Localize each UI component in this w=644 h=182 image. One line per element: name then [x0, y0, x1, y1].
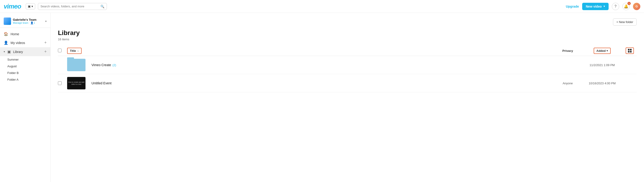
new-folder-button[interactable]: + New folder: [613, 19, 637, 26]
main-content: + New folder Library 16 items Title ↓ Pr…: [50, 13, 644, 182]
row1-added-cell: 11/2/2021 1:09 PM: [582, 63, 623, 67]
team-name: Gabrielle's Team: [13, 18, 44, 21]
top-actions: + New folder: [58, 19, 637, 26]
header-checkbox-cell: [58, 49, 67, 53]
select-all-checkbox[interactable]: [58, 49, 62, 52]
sidebar-my-videos-label: My videos: [10, 41, 25, 45]
library-icon: ▣: [7, 50, 11, 54]
video-filter-btn[interactable]: ▣ ▾: [26, 3, 35, 10]
team-meta[interactable]: Manage team · 👤1: [13, 21, 44, 24]
new-folder-label: + New folder: [616, 20, 633, 24]
item-count: 16 items: [58, 38, 637, 41]
folder-thumbnail-icon: [67, 59, 86, 71]
search-input[interactable]: [40, 5, 98, 8]
row2-added: 10/16/2023 4:00 PM: [588, 81, 616, 85]
title-column-header[interactable]: Title ↓: [67, 48, 554, 54]
top-nav: vimeo ▣ ▾ 🔍 Upgrade New video ▾ ? 🔔 1 G: [0, 0, 644, 13]
new-video-chevron-icon: ▾: [604, 5, 605, 8]
privacy-column-header: Privacy: [554, 49, 582, 53]
team-info: Gabrielle's Team Manage team · 👤1: [13, 18, 44, 24]
layout: Gabrielle's Team Manage team · 👤1 ▾ 🏠 Ho…: [0, 13, 644, 182]
row2-privacy: Anyone: [563, 81, 573, 85]
table-row: How to create and add video to a box Unt…: [58, 74, 637, 93]
new-video-label: New video: [586, 5, 602, 8]
sidebar-item-august[interactable]: August: [0, 63, 50, 70]
grid-view-icon: [628, 49, 632, 53]
video-thumbnail-icon: How to create and add video to a box: [67, 77, 86, 89]
search-bar: 🔍: [38, 3, 107, 10]
video-thumb-text: How to create and add video to a box: [67, 80, 86, 86]
row2-added-cell: 10/16/2023 4:00 PM: [582, 81, 623, 85]
row2-title: Untitled Event: [92, 81, 112, 85]
nav-right: Upgrade New video ▾ ? 🔔 1 G: [566, 3, 640, 10]
added-chevron-icon: ▾: [606, 49, 608, 52]
add-my-videos-icon[interactable]: +: [44, 40, 47, 45]
added-col-label: Added: [596, 49, 606, 53]
team-avatar: [4, 18, 11, 25]
added-sort-button[interactable]: Added ▾: [594, 48, 611, 54]
help-icon: ?: [614, 4, 617, 9]
row2-title-cell[interactable]: Untitled Event: [92, 81, 554, 85]
video-filter-chevron: ▾: [32, 5, 33, 8]
sidebar-item-home[interactable]: 🏠 Home: [0, 30, 50, 38]
sidebar-item-folder-a[interactable]: Folder A: [0, 76, 50, 83]
team-chevron-icon: ▾: [45, 20, 47, 23]
sidebar: Gabrielle's Team Manage team · 👤1 ▾ 🏠 Ho…: [0, 13, 50, 182]
title-col-label: Title: [70, 49, 76, 53]
privacy-col-label: Privacy: [562, 49, 573, 53]
expand-chevron-icon: ▾: [4, 50, 5, 53]
avatar[interactable]: G: [633, 3, 640, 10]
team-section[interactable]: Gabrielle's Team Manage team · 👤1 ▾: [0, 16, 50, 28]
notification-button[interactable]: 🔔 1: [622, 3, 630, 10]
row2-privacy-cell: Anyone: [554, 81, 582, 85]
page-title: Library: [58, 29, 637, 37]
row1-title-cell[interactable]: Vimeo Create (2): [92, 63, 554, 67]
row1-title: Vimeo Create: [92, 63, 111, 67]
sidebar-home-label: Home: [10, 32, 19, 36]
home-icon: 🏠: [4, 32, 8, 36]
sidebar-item-folder-b[interactable]: Folder B: [0, 70, 50, 76]
folder-b-label: Folder B: [7, 71, 18, 75]
folder-a-label: Folder A: [7, 78, 18, 81]
summer-label: Summer: [7, 58, 18, 61]
title-sort-icon: ↓: [78, 49, 79, 52]
search-icon: 🔍: [100, 5, 104, 8]
new-video-button[interactable]: New video ▾: [582, 3, 608, 10]
row2-checkbox[interactable]: [58, 81, 62, 85]
help-button[interactable]: ?: [612, 3, 619, 10]
row1-added: 11/2/2021 1:09 PM: [590, 63, 615, 67]
row1-title-count: (2): [112, 63, 116, 67]
person-icon: 👤: [4, 41, 8, 45]
view-toggle-header[interactable]: [623, 47, 637, 54]
added-column-header[interactable]: Added ▾: [582, 48, 623, 54]
august-label: August: [7, 64, 16, 68]
row1-thumbnail: [67, 59, 88, 71]
add-library-icon[interactable]: +: [44, 49, 47, 54]
title-sort-button[interactable]: Title ↓: [67, 48, 82, 54]
row2-thumbnail: How to create and add video to a box: [67, 77, 88, 89]
sidebar-item-summer[interactable]: Summer: [0, 56, 50, 63]
table-header: Title ↓ Privacy Added ▾: [58, 46, 637, 56]
sidebar-library-label: Library: [13, 50, 23, 54]
notification-badge-count: 1: [628, 2, 631, 5]
grid-view-button[interactable]: [626, 47, 634, 54]
sidebar-item-my-videos[interactable]: 👤 My videos +: [0, 38, 50, 47]
row2-check-cell: [58, 81, 67, 85]
vimeo-logo[interactable]: vimeo: [4, 3, 21, 10]
table-row: Vimeo Create (2) 11/2/2021 1:09 PM: [58, 56, 637, 74]
video-filter-icon: ▣: [28, 5, 30, 8]
sidebar-item-library[interactable]: ▾ ▣ Library +: [0, 47, 50, 56]
upgrade-button[interactable]: Upgrade: [566, 5, 579, 8]
